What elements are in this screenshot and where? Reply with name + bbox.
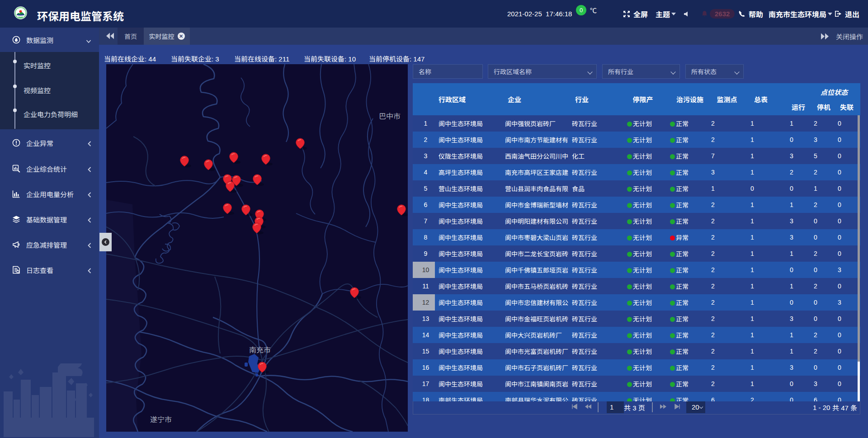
svg-text:南充市: 南充市 <box>249 346 271 354</box>
svg-text:巴中市: 巴中市 <box>379 113 401 120</box>
svg-text:遂宁市: 遂宁市 <box>150 416 172 424</box>
